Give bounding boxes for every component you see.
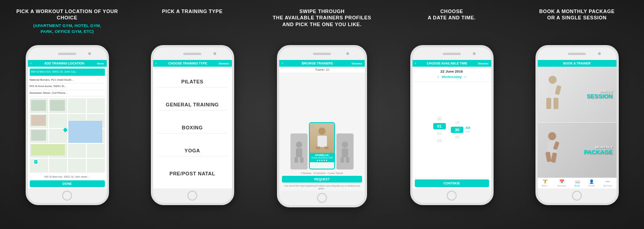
step-4-title: CHOOSEA DATE AND TIME. [428,8,476,21]
screen-training: ‹ CHOOSE TRAINING TYPE Dismiss PILATES G… [153,60,232,188]
booking-monthly-option[interactable]: MONTHLY PACKAGE [538,123,617,178]
bottom-nav-profile[interactable]: 👤 Profile [588,179,594,187]
training-item-prenatal[interactable]: PRE/POST NATAL [158,168,227,179]
am-option[interactable]: AM [465,126,470,129]
date-prev-arrow[interactable]: ‹ [438,74,439,79]
booking-options: SINGLE SESSION [538,67,617,178]
phone-5-speaker [568,53,586,55]
bottom-nav-workout[interactable]: 🏋 Work... [542,179,549,187]
nav-done-location[interactable]: Done [97,62,104,65]
request-button[interactable]: REQUEST [282,176,362,183]
svg-point-4 [318,128,326,135]
bottom-nav-book[interactable]: 📖 Book [575,179,580,187]
svg-rect-20 [551,152,557,163]
hour-00[interactable]: 00 [433,116,446,122]
step-2-header: PICK A TRAINING TYPE [162,8,222,40]
hour-02[interactable]: 02 [433,130,446,137]
date-next-arrow[interactable]: › [464,74,466,79]
trainer-reviews: 5 Reviews · 12 Sessions · 3 years Traine… [279,171,365,175]
map-area: P [30,98,105,173]
svg-rect-11 [346,157,349,163]
star-1 [317,160,318,161]
location-item-1[interactable]: 500 St Main Ave, SW21 St, John City... [30,69,105,76]
workout-icon: 🏋 [543,179,548,184]
profile-nav-label: Profile [588,184,594,187]
screen-training-nav: ‹ CHOOSE TRAINING TYPE Dismiss [153,60,232,67]
min-15[interactable]: 15 [451,119,463,126]
location-list: 500 St Main Ave, SW21 St, John City... N… [30,69,105,96]
map-block-4 [31,130,46,141]
trainer-photo-right [336,133,354,169]
screen-trainers: ‹ BROWSE TRAINERS Dismiss Trainer 10 [279,60,365,191]
main-container: PICK A WORKOUT LOCATION OF YOUR CHOICE (… [0,0,644,229]
training-nav-back: ‹ [156,62,157,65]
screen-location-nav: ‹ ADD TRAINING LOCATION Done [28,60,107,67]
phone-5-home-button[interactable] [572,191,582,201]
trainers-nav-dismiss[interactable]: Dismiss [352,62,362,65]
min-30-active[interactable]: 30 [451,127,463,133]
trainer-card-main[interactable]: ♡ DANIELLE YO [309,122,335,169]
star-2 [319,160,321,161]
trainer-heart-icon[interactable]: ♡ [311,124,314,128]
phone-1-home-button[interactable] [62,191,72,201]
bottom-nav-calendar[interactable]: 📅 Sessions [557,179,566,187]
location-footer-text: 500 St Main Ave, SW21 St, John street ..… [28,174,107,179]
trainer-footer-description: I am one of the most experienced trainer… [279,183,365,191]
svg-point-12 [549,76,557,84]
phone-4-home-button[interactable] [447,191,457,201]
workout-nav-label: Work... [542,184,549,187]
road-v1 [48,98,49,173]
phone-2-home-button[interactable] [187,191,197,201]
booking-nav: BOOK A TRAINER [538,60,617,67]
map-block-2 [50,100,65,111]
datetime-nav-dismiss[interactable]: Dismiss [478,62,488,65]
svg-rect-14 [546,98,551,109]
phone-3-bottom-bar [279,191,365,205]
step-4-header: CHOOSEA DATE AND TIME. [428,8,476,40]
location-item-3[interactable]: 543 St Arms burne, SW21 St... [30,83,105,90]
date-nav: ‹ Wednesday › [415,74,489,79]
map-block-5 [31,144,65,156]
step-1-title: PICK A WORKOUT LOCATION OF YOUR CHOICE [6,8,128,21]
trainer-stars [311,160,333,161]
single-label-main: SESSION [587,93,613,99]
pm-option[interactable]: PM [465,130,470,133]
time-separator: : [448,124,449,131]
monthly-package-label: MONTHLY PACKAGE [584,145,612,155]
trainer-info-box: DANIELLE YOGA INSTRUCTOR [310,153,334,162]
training-item-yoga[interactable]: YOGA [158,145,227,156]
step-2-column: PICK A TRAINING TYPE ‹ CHOOSE TRAINING T… [132,8,253,205]
hour-01-active[interactable]: 01 [433,123,446,129]
training-item-boxing[interactable]: BOXING [158,122,227,133]
training-item-pilates[interactable]: PILATES [158,76,227,87]
phone-3-home-button[interactable] [317,193,327,203]
booking-single-option[interactable]: SINGLE SESSION [538,67,617,123]
hour-03[interactable]: 03 [433,137,446,144]
phone-4-screen: ‹ CHOOSE AVAILABLE TIME Dismiss 22 June … [413,60,491,188]
location-item-4[interactable]: Downtown Street, Civil Phone... [30,90,105,97]
map-water [68,121,102,143]
time-divider [415,178,489,178]
done-button[interactable]: DONE [30,180,105,187]
calendar-nav-label: Sessions [557,184,566,187]
training-list: PILATES GENERAL TRAINING BOXING YOGA PRE… [153,67,232,188]
step-3-header: SWIPE THROUGHTHE AVAILABLE TRAINERS PROF… [273,8,372,40]
monthly-label-main: PACKAGE [584,149,612,155]
training-item-general[interactable]: GENERAL TRAINING [158,99,227,110]
trainer-card-right[interactable] [336,133,354,169]
screen-datetime: ‹ CHOOSE AVAILABLE TIME Dismiss 22 June … [413,60,491,188]
time-minutes-col: 15 30 45 [451,119,463,140]
svg-rect-9 [342,148,348,157]
continue-button[interactable]: CONTINUE [415,179,489,187]
bottom-nav-more[interactable]: ••• Not Sure [603,179,612,187]
location-item-2[interactable]: National Burners, PLC Hotel South... [30,77,105,84]
trainer-card-left[interactable] [290,133,308,169]
single-session-label: SINGLE SESSION [587,89,613,99]
date-header: 22 June 2016 ‹ Wednesday › [413,67,491,82]
trainers-nav-back: ‹ [282,62,283,65]
phone-2-top-bar [153,47,232,60]
trainers-nav-title: BROWSE TRAINERS [302,62,333,65]
training-nav-dismiss[interactable]: Dismiss [218,62,229,65]
min-45[interactable]: 45 [451,134,463,140]
star-5 [326,160,327,161]
